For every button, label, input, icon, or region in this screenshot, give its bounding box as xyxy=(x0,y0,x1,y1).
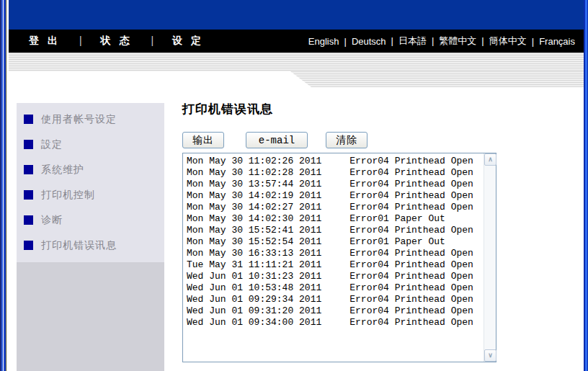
nav-item-logout[interactable]: 登 出 xyxy=(29,35,61,48)
log-line: Mon May 30 16:33:13 2011 Error04 Printhe… xyxy=(187,248,481,259)
decorative-stripe-band-angled xyxy=(290,71,584,87)
language-link-traditional-chinese[interactable]: 繁體中文 xyxy=(427,35,476,48)
nav-item-settings[interactable]: 设 定 xyxy=(132,35,204,48)
log-line: Mon May 30 14:02:30 2011 Error01 Paper O… xyxy=(187,213,481,225)
sidebar-item-label: 使用者帐号设定 xyxy=(41,113,117,126)
nav-item-status[interactable]: 状 态 xyxy=(61,35,133,48)
log-line: Mon May 30 14:02:19 2011 Error04 Printhe… xyxy=(187,190,481,202)
language-link-deutsch[interactable]: Deutsch xyxy=(339,36,386,47)
log-line: Mon May 30 15:52:41 2011 Error04 Printhe… xyxy=(187,225,481,236)
log-line: Mon May 30 11:02:26 2011 Error04 Printhe… xyxy=(187,156,481,167)
sidebar-item-label: 诊断 xyxy=(41,214,63,227)
scroll-down-button[interactable]: ∨ xyxy=(484,349,496,362)
blue-square-bullet-icon xyxy=(24,190,33,200)
log-line: Tue May 31 11:11:21 2011 Error04 Printhe… xyxy=(187,259,481,271)
log-line: Wed Jun 01 09:34:00 2011 Error04 Printhe… xyxy=(187,317,481,328)
sidebar-item-label: 系统维护 xyxy=(41,164,84,176)
chevron-up-icon: ∧ xyxy=(488,156,493,163)
sidebar-item-label: 打印机控制 xyxy=(41,189,95,202)
language-link-english[interactable]: English xyxy=(308,36,339,47)
log-line: Wed Jun 01 09:29:34 2011 Error04 Printhe… xyxy=(187,294,481,305)
sidebar-menu: 使用者帐号设定 設定 系统维护 打印机控制 诊断 打印机错误讯息 xyxy=(17,103,164,262)
sidebar-item-printer-error-log[interactable]: 打印机错误讯息 xyxy=(17,233,164,258)
log-line: Mon May 30 15:52:54 2011 Error01 Paper O… xyxy=(187,236,481,248)
log-line: Mon May 30 13:57:44 2011 Error04 Printhe… xyxy=(187,179,481,190)
chevron-down-icon: ∨ xyxy=(488,352,493,359)
language-link-simplified-chinese[interactable]: 簡体中文 xyxy=(476,35,526,48)
blue-square-bullet-icon xyxy=(24,165,33,174)
clear-button[interactable]: 清除 xyxy=(326,132,368,148)
blue-square-bullet-icon xyxy=(24,115,33,124)
nav-menu: 登 出 状 态 设 定 xyxy=(9,35,204,48)
sidebar: 使用者帐号设定 設定 系统维护 打印机控制 诊断 打印机错误讯息 xyxy=(17,103,164,371)
log-line: Wed Jun 01 10:31:23 2011 Error04 Printhe… xyxy=(187,271,481,282)
log-line: Wed Jun 01 09:31:20 2011 Error04 Printhe… xyxy=(187,305,481,317)
log-line: Mon May 30 11:02:28 2011 Error04 Printhe… xyxy=(187,167,481,179)
sidebar-item-system-maintenance[interactable]: 系统维护 xyxy=(17,157,164,182)
top-nav-bar: 登 出 状 态 设 定 English Deutsch 日本語 繁體中文 簡体中… xyxy=(9,30,584,53)
blue-square-bullet-icon xyxy=(24,215,33,225)
output-button[interactable]: 输出 xyxy=(182,132,224,148)
log-scrollbar[interactable]: ∧ ∨ xyxy=(484,153,496,362)
page-title: 打印机错误讯息 xyxy=(182,101,273,117)
error-log-box[interactable]: Mon May 30 11:02:26 2011 Error04 Printhe… xyxy=(182,153,496,362)
log-line: Mon May 30 14:02:27 2011 Error04 Printhe… xyxy=(187,202,481,213)
blue-square-bullet-icon xyxy=(24,241,33,250)
header-banner xyxy=(9,0,584,30)
email-button[interactable]: e-mail xyxy=(246,132,308,148)
blue-square-bullet-icon xyxy=(24,140,33,149)
decorative-stripe-band-top xyxy=(9,53,584,71)
action-button-row: 输出 e-mail 清除 xyxy=(182,132,368,148)
error-log-content: Mon May 30 11:02:26 2011 Error04 Printhe… xyxy=(187,156,481,360)
sidebar-item-diagnostics[interactable]: 诊断 xyxy=(17,207,164,233)
sidebar-item-printer-control[interactable]: 打印机控制 xyxy=(17,182,164,207)
language-link-francais[interactable]: Français xyxy=(527,36,575,47)
sidebar-item-user-account-settings[interactable]: 使用者帐号设定 xyxy=(17,107,164,132)
log-line: Wed Jun 01 10:53:48 2011 Error04 Printhe… xyxy=(187,282,481,294)
sidebar-item-label: 設定 xyxy=(41,138,63,151)
language-switcher: English Deutsch 日本語 繁體中文 簡体中文 Français xyxy=(308,35,584,48)
language-link-japanese[interactable]: 日本語 xyxy=(386,35,427,48)
scroll-up-button[interactable]: ∧ xyxy=(484,153,496,166)
sidebar-item-settings[interactable]: 設定 xyxy=(17,132,164,157)
page: 登 出 状 态 设 定 English Deutsch 日本語 繁體中文 簡体中… xyxy=(0,0,588,371)
page-left-border xyxy=(0,0,9,371)
page-right-border xyxy=(584,0,588,371)
sidebar-item-label: 打印机错误讯息 xyxy=(41,239,117,252)
